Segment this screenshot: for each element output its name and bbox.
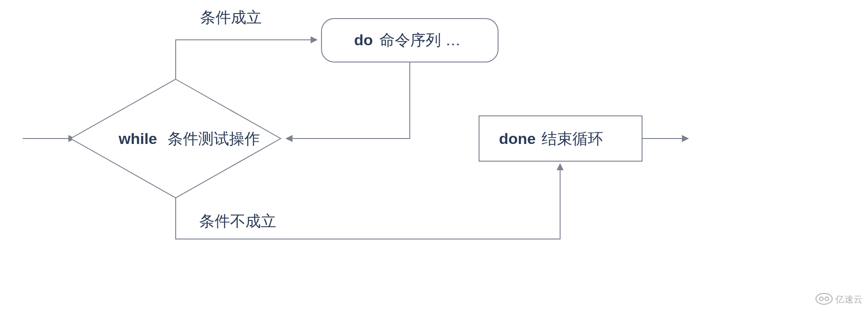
- loop-back-edge: [286, 62, 410, 139]
- watermark-text: 亿速云: [835, 294, 863, 304]
- process-label: 命令序列 …: [379, 31, 460, 48]
- terminal-label: 结束循环: [542, 130, 603, 147]
- true-edge: [176, 40, 317, 79]
- flowchart-canvas: while 条件测试操作 条件成立 do 命令序列 … 条件不成立 done 结…: [0, 0, 868, 311]
- true-edge-label: 条件成立: [200, 9, 262, 26]
- decision-label: 条件测试操作: [168, 130, 260, 147]
- terminal-keyword: done: [499, 130, 536, 147]
- svg-point-2: [825, 297, 829, 301]
- decision-keyword: while: [118, 130, 157, 147]
- svg-point-1: [820, 297, 823, 301]
- watermark-logo: [816, 293, 832, 304]
- svg-point-0: [816, 293, 832, 304]
- false-edge-label: 条件不成立: [199, 212, 276, 230]
- process-keyword: do: [354, 31, 373, 48]
